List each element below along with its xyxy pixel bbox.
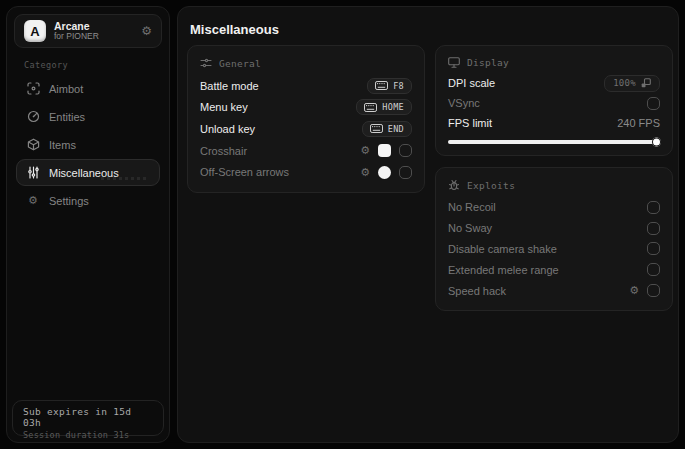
- page-title: Miscellaneous: [190, 22, 279, 37]
- fps-slider-fill: [448, 140, 660, 144]
- crosshair-config-gear-icon[interactable]: ⚙: [360, 145, 370, 156]
- setting-row-extended-melee-range: Extended melee range: [448, 259, 660, 280]
- setting-label: Unload key: [200, 123, 255, 135]
- brand-letter: A: [30, 24, 39, 39]
- bug-icon: [448, 179, 460, 191]
- sidebar-item-settings[interactable]: ⚙ Settings: [16, 187, 160, 214]
- brand-logo: A: [24, 20, 46, 42]
- sidebar-item-label: Entities: [49, 111, 85, 123]
- sidebar-item-entities[interactable]: Entities: [16, 103, 160, 130]
- keyboard-icon: [375, 81, 388, 90]
- unload-key-keybind-button[interactable]: END: [362, 121, 412, 137]
- setting-row-vsync: VSync: [448, 93, 660, 113]
- app-window: A Arcane for PIONER ⚙ Category Aimbot: [0, 0, 685, 449]
- speed-hack-checkbox[interactable]: [647, 284, 660, 297]
- keybind-value: END: [388, 124, 404, 134]
- sidebar-nav: Aimbot Entities: [16, 75, 160, 214]
- sliders-horizontal-icon: [200, 58, 212, 68]
- sidebar-item-label: Miscellaneous: [49, 167, 119, 179]
- exploits-panel: Exploits No Recoil No Sway Disable camer…: [435, 167, 673, 311]
- keybind-value: HOME: [382, 102, 404, 112]
- account-settings-gear-icon[interactable]: ⚙: [141, 25, 152, 37]
- setting-label: Off-Screen arrows: [200, 166, 289, 178]
- crosshair-color-swatch[interactable]: [378, 144, 391, 157]
- display-panel-header: Display: [448, 55, 660, 69]
- crosshair-checkbox[interactable]: [399, 144, 412, 157]
- vsync-checkbox[interactable]: [647, 97, 660, 110]
- general-panel: General Battle mode F8 Menu key: [187, 45, 425, 193]
- setting-label: Speed hack: [448, 285, 506, 297]
- scale-icon: [641, 78, 651, 88]
- sidebar-item-label: Items: [49, 139, 76, 151]
- brand-card: A Arcane for PIONER ⚙: [14, 14, 162, 48]
- fps-limit-value: 240 FPS: [617, 117, 660, 129]
- menu-key-keybind-button[interactable]: HOME: [356, 99, 412, 115]
- sliders-icon: [26, 166, 40, 180]
- setting-label: Disable camera shake: [448, 243, 557, 255]
- setting-row-menu-key: Menu key HOME: [200, 97, 412, 119]
- setting-label: Battle mode: [200, 80, 259, 92]
- keybind-value: F8: [393, 81, 404, 91]
- sidebar-item-aimbot[interactable]: Aimbot: [16, 75, 160, 102]
- category-label: Category: [24, 60, 68, 70]
- speed-hack-config-gear-icon[interactable]: ⚙: [629, 285, 639, 296]
- setting-row-crosshair: Crosshair ⚙: [200, 140, 412, 162]
- setting-row-fps-limit: FPS limit 240 FPS: [448, 113, 660, 133]
- offscreen-arrows-config-gear-icon[interactable]: ⚙: [360, 167, 370, 178]
- display-panel: Display DPI scale 100% VSync FPS limit: [435, 45, 673, 156]
- setting-label: FPS limit: [448, 117, 492, 129]
- battle-mode-keybind-button[interactable]: F8: [367, 78, 412, 94]
- radar-icon: [26, 110, 40, 124]
- setting-label: Extended melee range: [448, 264, 559, 276]
- sidebar-item-miscellaneous[interactable]: Miscellaneous: [16, 159, 160, 186]
- offscreen-arrows-color-swatch[interactable]: [378, 166, 391, 179]
- brand-subtitle: for PIONER: [54, 32, 133, 42]
- main-content: Miscellaneous General Battle mode: [177, 6, 679, 443]
- setting-label: No Recoil: [448, 201, 496, 213]
- setting-row-disable-camera-shake: Disable camera shake: [448, 239, 660, 260]
- sidebar: A Arcane for PIONER ⚙ Category Aimbot: [6, 6, 170, 443]
- fps-limit-slider[interactable]: [448, 140, 660, 144]
- setting-row-offscreen-arrows: Off-Screen arrows ⚙: [200, 161, 412, 183]
- setting-label: Menu key: [200, 101, 248, 113]
- gear-icon: ⚙: [26, 194, 40, 208]
- setting-row-dpi-scale: DPI scale 100%: [448, 73, 660, 93]
- setting-row-battle-mode: Battle mode F8: [200, 75, 412, 97]
- setting-row-no-sway: No Sway: [448, 218, 660, 239]
- offscreen-arrows-checkbox[interactable]: [399, 166, 412, 179]
- exploits-panel-header: Exploits: [448, 177, 660, 193]
- extended-melee-range-checkbox[interactable]: [647, 263, 660, 276]
- fps-slider-knob[interactable]: [652, 138, 661, 147]
- keyboard-icon: [364, 103, 377, 112]
- sidebar-item-label: Aimbot: [49, 83, 83, 95]
- subscription-status-card: Sub expires in 15d 03h Session duration …: [12, 400, 164, 436]
- dpi-scale-value: 100%: [613, 78, 636, 88]
- dpi-scale-button[interactable]: 100%: [604, 75, 660, 92]
- no-recoil-checkbox[interactable]: [647, 201, 660, 214]
- setting-label: DPI scale: [448, 77, 495, 89]
- sidebar-item-label: Settings: [49, 195, 89, 207]
- setting-label: Crosshair: [200, 145, 247, 157]
- setting-row-no-recoil: No Recoil: [448, 197, 660, 218]
- monitor-icon: [448, 57, 460, 68]
- general-panel-title: General: [219, 58, 261, 69]
- general-panel-header: General: [200, 55, 412, 71]
- exploits-panel-title: Exploits: [467, 180, 515, 191]
- keyboard-icon: [370, 124, 383, 133]
- display-panel-title: Display: [467, 57, 509, 68]
- brand-text: Arcane for PIONER: [54, 20, 133, 42]
- cube-icon: [26, 138, 40, 152]
- setting-label: VSync: [448, 97, 480, 109]
- session-duration-text: Session duration 31s: [23, 430, 153, 440]
- scan-icon: [26, 82, 40, 96]
- sidebar-item-items[interactable]: Items: [16, 131, 160, 158]
- setting-label: No Sway: [448, 222, 492, 234]
- setting-row-unload-key: Unload key END: [200, 118, 412, 140]
- setting-row-speed-hack: Speed hack ⚙: [448, 280, 660, 301]
- disable-camera-shake-checkbox[interactable]: [647, 242, 660, 255]
- no-sway-checkbox[interactable]: [647, 222, 660, 235]
- sub-expiry-text: Sub expires in 15d 03h: [23, 406, 153, 428]
